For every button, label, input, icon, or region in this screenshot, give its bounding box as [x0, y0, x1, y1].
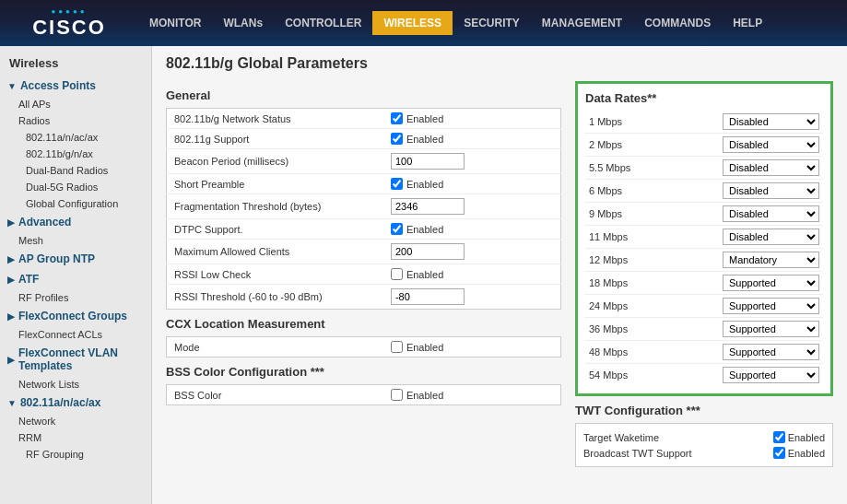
- ccx-mode-checkbox[interactable]: [391, 341, 403, 353]
- sidebar-item-advanced-label: Advanced: [18, 216, 71, 229]
- 80211g-support-checkbox[interactable]: [391, 133, 403, 145]
- rssi-low-check-value: Enabled: [383, 264, 561, 285]
- data-rate-select-12mbps[interactable]: DisabledMandatorySupported: [723, 252, 819, 268]
- ccx-mode-value: Enabled: [383, 337, 561, 357]
- table-row: RSSI Low Check Enabled: [167, 264, 561, 285]
- rssi-low-check-text: Enabled: [406, 269, 443, 280]
- data-rates-box: Data Rates** 1 Mbps DisabledMandatorySup…: [575, 81, 833, 396]
- bss-color-text: Enabled: [406, 390, 443, 401]
- twt-section-header: TWT Configuration ***: [575, 404, 833, 417]
- nav-security[interactable]: SECURITY: [453, 11, 531, 35]
- network-status-checkbox-label[interactable]: Enabled: [391, 112, 553, 124]
- sidebar-item-global-config[interactable]: Global Configuration: [0, 195, 151, 212]
- sidebar-item-all-aps[interactable]: All APs: [0, 96, 151, 112]
- logo-area: ●●●●● CISCO: [9, 7, 129, 40]
- 80211g-support-label: 802.11g Support: [167, 129, 383, 149]
- nav-help[interactable]: HELP: [722, 11, 773, 35]
- table-row: Fragmentation Threshold (bytes): [167, 194, 561, 219]
- arrow-icon-ntp: [7, 254, 15, 264]
- twt-target-waketime-checkbox[interactable]: [773, 431, 785, 443]
- sidebar: Wireless Access Points All APs Radios 80…: [0, 46, 152, 504]
- data-rate-select-11mbps[interactable]: DisabledMandatorySupported: [723, 229, 819, 245]
- frag-threshold-input[interactable]: [391, 198, 465, 215]
- ccx-mode-checkbox-label[interactable]: Enabled: [391, 341, 553, 353]
- short-preamble-checkbox-label[interactable]: Enabled: [391, 178, 553, 190]
- dtpc-checkbox-label[interactable]: Enabled: [391, 223, 553, 235]
- nav-controller[interactable]: CONTROLLER: [274, 11, 372, 35]
- rssi-threshold-input[interactable]: [391, 288, 465, 305]
- sidebar-item-rrm[interactable]: RRM: [0, 429, 151, 446]
- dtpc-checkbox[interactable]: [391, 223, 403, 235]
- data-rate-select-36mbps[interactable]: DisabledMandatorySupported: [723, 321, 819, 337]
- sidebar-item-rf-profiles[interactable]: RF Profiles: [0, 289, 151, 306]
- sidebar-item-flexconnect-vlan[interactable]: FlexConnect VLAN Templates: [0, 343, 151, 376]
- network-status-value: Enabled: [383, 109, 561, 129]
- data-rate-select-1mbps[interactable]: DisabledMandatorySupported: [723, 113, 819, 130]
- nav-commands[interactable]: COMMANDS: [633, 11, 722, 35]
- bss-color-checkbox[interactable]: [391, 389, 403, 401]
- data-rate-select-18mbps[interactable]: DisabledMandatorySupported: [723, 275, 819, 291]
- short-preamble-value: Enabled: [383, 174, 561, 194]
- data-rate-label-9mbps: 9 Mbps: [589, 208, 653, 219]
- twt-row-target-waketime: Target Waketime Enabled: [583, 429, 825, 445]
- nav-wireless[interactable]: WIRELESS: [372, 11, 453, 35]
- data-rate-select-48mbps[interactable]: DisabledMandatorySupported: [723, 344, 819, 360]
- sidebar-item-atf-label: ATF: [18, 273, 39, 286]
- sidebar-item-network-lists[interactable]: Network Lists: [0, 376, 151, 393]
- rssi-low-check-checkbox-label[interactable]: Enabled: [391, 268, 553, 280]
- short-preamble-label: Short Preamble: [167, 174, 383, 194]
- sidebar-item-flexconnect-acls[interactable]: FlexConnect ACLs: [0, 326, 151, 343]
- sidebar-item-80211a-n-ac-ax[interactable]: 802.11a/n/ac/ax: [0, 393, 151, 413]
- sidebar-item-dual-band[interactable]: Dual-Band Radios: [0, 162, 151, 179]
- beacon-period-input[interactable]: [391, 153, 465, 170]
- bss-form-table: BSS Color Enabled: [166, 384, 561, 405]
- dtpc-text: Enabled: [406, 224, 443, 235]
- arrow-icon-atf: [7, 275, 15, 285]
- rssi-low-check-checkbox[interactable]: [391, 268, 403, 280]
- short-preamble-checkbox[interactable]: [391, 178, 403, 190]
- data-rate-select-54mbps[interactable]: DisabledMandatorySupported: [723, 367, 819, 383]
- sidebar-item-radios[interactable]: Radios: [0, 112, 151, 129]
- frag-threshold-value: [383, 194, 561, 219]
- bss-color-checkbox-label[interactable]: Enabled: [391, 389, 553, 401]
- sidebar-item-ap-group-ntp[interactable]: AP Group NTP: [0, 249, 151, 269]
- 80211g-support-checkbox-label[interactable]: Enabled: [391, 133, 553, 145]
- sidebar-item-network[interactable]: Network: [0, 413, 151, 429]
- rssi-low-check-label: RSSI Low Check: [167, 264, 383, 285]
- table-row: RSSI Threshold (-60 to -90 dBm): [167, 285, 561, 310]
- data-rate-select-24mbps[interactable]: DisabledMandatorySupported: [723, 298, 819, 314]
- network-status-checkbox[interactable]: [391, 112, 403, 124]
- nav-monitor[interactable]: MONITOR: [138, 11, 212, 35]
- sidebar-item-ap-group-ntp-label: AP Group NTP: [18, 252, 95, 265]
- sidebar-item-access-points[interactable]: Access Points: [0, 76, 151, 96]
- twt-target-waketime-value: Enabled: [773, 431, 825, 443]
- twt-broadcast-value: Enabled: [773, 447, 825, 459]
- sidebar-item-80211bg[interactable]: 802.11b/g/n/ax: [0, 146, 151, 162]
- data-rate-select-5mbps[interactable]: DisabledMandatorySupported: [723, 159, 819, 176]
- sidebar-item-atf[interactable]: ATF: [0, 269, 151, 289]
- nav-management[interactable]: MANAGEMENT: [531, 11, 633, 35]
- ccx-section-header: CCX Location Measurement: [166, 317, 561, 331]
- network-status-text: Enabled: [406, 113, 443, 124]
- sidebar-item-rf-grouping[interactable]: RF Grouping: [0, 446, 151, 463]
- data-rate-label-24mbps: 24 Mbps: [589, 300, 653, 311]
- 80211g-support-value: Enabled: [383, 129, 561, 149]
- page-title: 802.11b/g Global Parameters: [166, 55, 833, 72]
- data-rate-row-48mbps: 48 Mbps DisabledMandatorySupported: [585, 341, 823, 364]
- rssi-threshold-value: [383, 285, 561, 310]
- twt-broadcast-checkbox[interactable]: [773, 447, 785, 459]
- max-clients-input[interactable]: [391, 243, 465, 260]
- sidebar-item-flexconnect-groups[interactable]: FlexConnect Groups: [0, 306, 151, 326]
- sidebar-item-dual-5g[interactable]: Dual-5G Radios: [0, 179, 151, 195]
- data-rate-select-9mbps[interactable]: DisabledMandatorySupported: [723, 205, 819, 222]
- sidebar-item-mesh[interactable]: Mesh: [0, 232, 151, 249]
- nav-wlans[interactable]: WLANs: [212, 11, 274, 35]
- short-preamble-text: Enabled: [406, 179, 443, 190]
- sidebar-item-80211a[interactable]: 802.11a/n/ac/ax: [0, 129, 151, 146]
- arrow-icon: [7, 81, 17, 91]
- max-clients-value: [383, 240, 561, 264]
- data-rate-label-6mbps: 6 Mbps: [589, 185, 653, 196]
- data-rate-select-2mbps[interactable]: DisabledMandatorySupported: [723, 136, 819, 153]
- sidebar-item-advanced[interactable]: Advanced: [0, 212, 151, 232]
- data-rate-select-6mbps[interactable]: DisabledMandatorySupported: [723, 182, 819, 199]
